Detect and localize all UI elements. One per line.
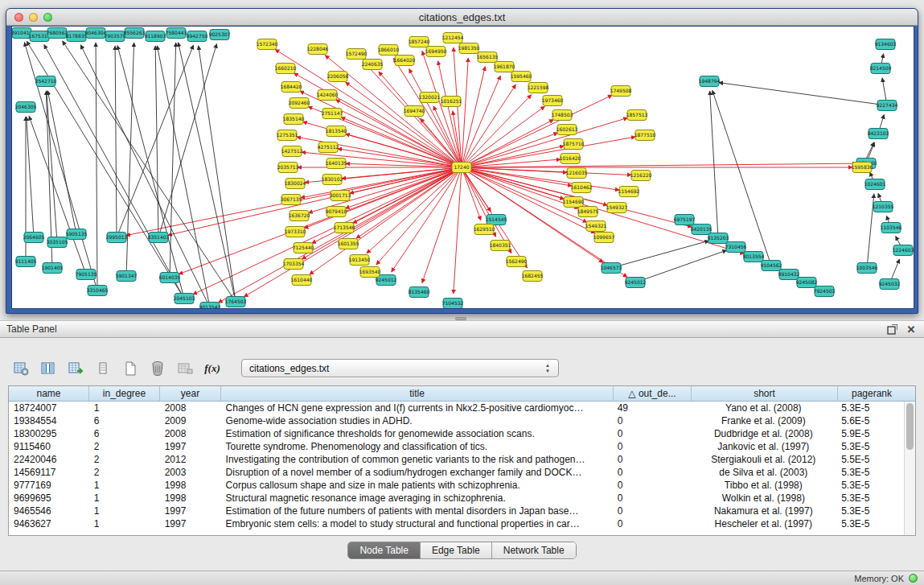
table-row[interactable]: 969969511998Structural magnetic resonanc… xyxy=(9,492,904,505)
float-panel-icon[interactable] xyxy=(885,323,898,336)
column-header-year[interactable]: year xyxy=(160,386,221,401)
graph-edge[interactable] xyxy=(168,167,462,235)
graph-node-label: 2046305 xyxy=(15,104,37,109)
graph-edge[interactable] xyxy=(157,46,210,307)
import-table-disabled-button[interactable] xyxy=(175,360,195,377)
graph-edge[interactable] xyxy=(63,41,236,302)
table-row[interactable]: 946554611997Estimation of the future num… xyxy=(9,505,904,517)
function-builder-button[interactable]: f(x) xyxy=(203,360,222,377)
graph-node-label: 1562490 xyxy=(506,258,528,264)
delete-table-button[interactable] xyxy=(148,360,167,377)
column-header-out-degree[interactable]: △ out_de... xyxy=(614,386,692,401)
table-row[interactable]: 1938455462009Genome-wide association stu… xyxy=(9,414,904,427)
cell-out-degree: 0 xyxy=(613,453,691,466)
tab-node-table[interactable]: Node Table xyxy=(348,542,421,558)
tab-network-table[interactable]: Network Table xyxy=(492,542,576,558)
graph-node-label: 1693540 xyxy=(359,269,381,274)
graph-edge[interactable] xyxy=(392,167,462,272)
graph-edge[interactable] xyxy=(179,43,236,302)
table-combobox[interactable]: citations_edges.txt ▲▼ xyxy=(241,359,559,377)
graph-node-label: 1572490 xyxy=(346,51,368,56)
graph-edge[interactable] xyxy=(462,95,532,167)
graph-edge[interactable] xyxy=(218,167,462,303)
graph-node-label: 1595460 xyxy=(511,73,532,79)
graph-edge[interactable] xyxy=(193,167,462,295)
graph-edge[interactable] xyxy=(462,84,515,167)
graph-edge[interactable] xyxy=(421,118,462,167)
graph-edge[interactable] xyxy=(47,91,57,242)
graph-edge[interactable] xyxy=(422,51,462,167)
table-row[interactable]: 911546021997Tourette syndrome. Phenomeno… xyxy=(9,440,904,453)
graph-edge[interactable] xyxy=(341,117,462,167)
cell-name: 9465546 xyxy=(9,505,89,517)
network-view-canvas[interactable]: 8910416167531576805628178835904630479035… xyxy=(11,26,914,309)
cell-in-degree: 2 xyxy=(89,453,160,466)
graph-edge[interactable] xyxy=(115,46,117,237)
new-table-button[interactable] xyxy=(121,360,140,377)
graph-edge[interactable] xyxy=(346,82,462,167)
graph-node-label: 9111405 xyxy=(15,258,37,264)
table-settings-button[interactable] xyxy=(11,360,31,377)
graph-node-label: 8942750 xyxy=(187,33,208,39)
close-panel-icon[interactable]: ✕ xyxy=(905,323,918,336)
graph-edge[interactable] xyxy=(367,167,462,253)
table-row[interactable]: 1456911722003Disruption of a novel membe… xyxy=(9,466,904,479)
citation-network-graph[interactable]: 8910416167531576805628178835904630479035… xyxy=(12,27,914,309)
graph-node-label: 1656135 xyxy=(477,54,499,60)
graph-edge[interactable] xyxy=(96,43,97,290)
window-titlebar[interactable]: citations_edges.txt xyxy=(6,9,918,26)
table-row[interactable]: 977716911998Corpus callosum shape and si… xyxy=(9,479,904,492)
graph-edge[interactable] xyxy=(126,43,134,276)
graph-edge[interactable] xyxy=(170,43,176,278)
graph-node-label: 9134603 xyxy=(875,41,897,47)
table-row[interactable]: 1872400712008Changes of HCN gene express… xyxy=(9,402,904,414)
graph-edge[interactable] xyxy=(338,149,462,167)
table-row[interactable]: 1830029562008Estimation of significance … xyxy=(9,427,904,440)
row-options-button[interactable] xyxy=(93,360,113,377)
table-scrollbar[interactable] xyxy=(904,402,915,535)
graph-edge[interactable] xyxy=(462,120,553,167)
cell-name: 9699695 xyxy=(9,492,89,505)
graph-node-label: 6014035 xyxy=(159,274,181,280)
table-scrollbar-thumb[interactable] xyxy=(906,403,914,450)
table-row[interactable]: 2242004622012Investigating the contribut… xyxy=(9,453,904,466)
graph-edge[interactable] xyxy=(117,46,184,299)
column-header-title[interactable]: title xyxy=(221,386,614,401)
graph-edge[interactable] xyxy=(44,45,184,299)
graph-edge[interactable] xyxy=(719,83,887,105)
graph-edge[interactable] xyxy=(27,117,34,237)
graph-edge[interactable] xyxy=(158,43,217,237)
graph-node-label: 3001713 xyxy=(330,192,351,198)
import-table-button[interactable] xyxy=(66,360,85,377)
column-header-short[interactable]: short xyxy=(692,386,838,401)
graph-edge[interactable] xyxy=(462,58,468,167)
cell-in-degree: 1 xyxy=(89,479,160,492)
graph-edge[interactable] xyxy=(635,250,727,282)
cell-year: 2009 xyxy=(160,414,221,427)
graph-node-label: 1024601 xyxy=(864,181,886,187)
graph-edge[interactable] xyxy=(462,163,856,167)
column-header-in-degree[interactable]: in_degree xyxy=(89,386,160,401)
graph-node-label: 8556263 xyxy=(124,30,146,35)
show-columns-button[interactable] xyxy=(39,360,58,377)
cell-year: 2008 xyxy=(160,427,221,440)
graph-edge[interactable] xyxy=(155,46,158,237)
graph-edge[interactable] xyxy=(47,91,76,234)
graph-node-label: 1713546 xyxy=(334,225,355,230)
cell-name: 19384554 xyxy=(9,414,89,427)
tab-edge-table[interactable]: Edge Table xyxy=(421,542,492,558)
column-header-name[interactable]: name xyxy=(9,386,89,401)
graph-edge[interactable] xyxy=(80,45,210,307)
graph-edge[interactable] xyxy=(611,241,708,268)
table-row[interactable]: 946362711997Embryonic stem cells: a mode… xyxy=(9,517,904,530)
graph-edge[interactable] xyxy=(454,167,462,294)
graph-node-label: 3035105 xyxy=(47,239,68,245)
graph-node-label: 1610462 xyxy=(571,184,593,190)
graph-edge[interactable] xyxy=(462,76,500,167)
cell-out-degree: 0 xyxy=(613,427,691,440)
graph-edge[interactable] xyxy=(199,46,236,302)
column-header-pagerank[interactable]: pagerank xyxy=(838,386,906,401)
cell-out-degree: 0 xyxy=(613,440,691,453)
graph-edge[interactable] xyxy=(179,167,462,274)
graph-edge[interactable] xyxy=(462,95,612,167)
